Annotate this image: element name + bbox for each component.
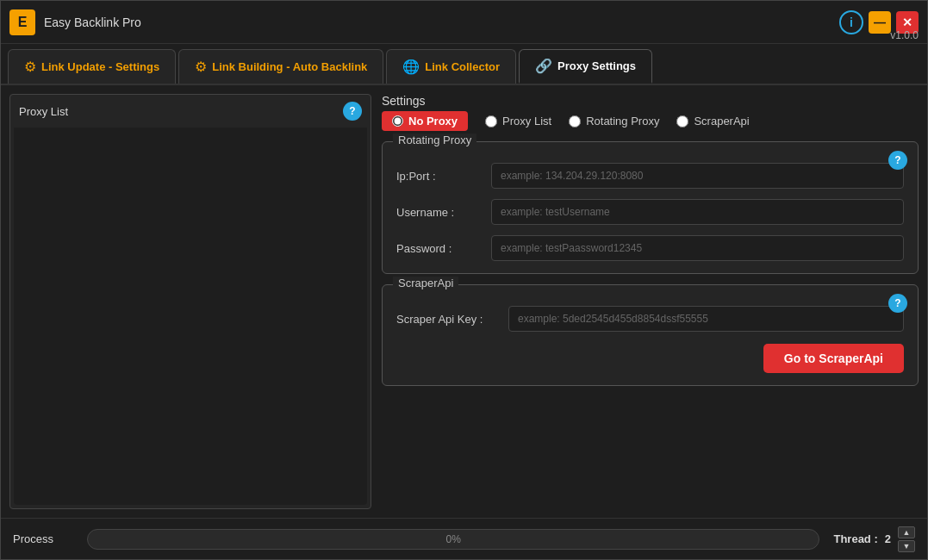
tab-bar: ⚙ Link Update - Settings ⚙ Link Building… <box>1 44 927 85</box>
rotating-proxy-title: Rotating Proxy <box>393 134 476 146</box>
scraper-api-section: ScraperApi ? Scraper Api Key : Go to Scr… <box>382 284 919 386</box>
radio-scraper-api[interactable]: ScraperApi <box>676 115 749 128</box>
proxy-list-header: Proxy List ? <box>10 95 371 128</box>
tab-link-update-label: Link Update - Settings <box>41 60 159 73</box>
username-label: Username : <box>396 206 491 219</box>
title-bar: E Easy Backlink Pro i — ✕ v1.0.0 <box>1 1 927 44</box>
globe-icon: 🌐 <box>402 59 420 75</box>
progress-percent: 0% <box>446 533 461 545</box>
thread-spinner: ▲ ▼ <box>898 526 915 552</box>
username-row: Username : <box>396 199 904 225</box>
thread-increment-button[interactable]: ▲ <box>898 526 915 538</box>
tab-proxy-settings[interactable]: 🔗 Proxy Settings <box>519 49 652 84</box>
ip-port-input[interactable] <box>491 163 904 189</box>
radio-rotating-proxy[interactable]: Rotating Proxy <box>569 115 659 128</box>
radio-rotating-proxy-label: Rotating Proxy <box>586 115 659 128</box>
ip-port-row: Ip:Port : <box>396 163 904 189</box>
password-label: Password : <box>396 242 491 255</box>
settings-panel: Settings No Proxy Proxy List Rotating Pr… <box>382 94 919 509</box>
progress-bar-container: 0% <box>87 529 819 550</box>
username-input[interactable] <box>491 199 904 225</box>
proxy-list-textarea[interactable] <box>14 128 367 505</box>
app-title: Easy Backlink Pro <box>44 16 141 29</box>
password-input[interactable] <box>491 235 904 261</box>
proxy-list-panel: Proxy List ? <box>9 94 371 509</box>
ip-port-label: Ip:Port : <box>396 170 491 183</box>
version-label: v1.0.0 <box>890 29 919 41</box>
process-label: Process <box>13 532 73 545</box>
tab-link-building[interactable]: ⚙ Link Building - Auto Backlink <box>178 49 383 84</box>
radio-scraper-api-input[interactable] <box>676 115 688 128</box>
api-key-label: Scraper Api Key : <box>396 313 508 326</box>
thread-label: Thread : <box>833 532 877 545</box>
settings-title: Settings <box>382 94 919 108</box>
app-window: E Easy Backlink Pro i — ✕ v1.0.0 ⚙ Link … <box>0 0 928 560</box>
minimize-button[interactable]: — <box>869 11 891 34</box>
radio-no-proxy-input[interactable] <box>392 115 403 127</box>
go-to-scraper-api-button[interactable]: Go to ScraperApi <box>763 344 904 373</box>
tab-proxy-settings-label: Proxy Settings <box>557 59 636 72</box>
bottom-bar: Process 0% Thread : 2 ▲ ▼ <box>1 518 927 559</box>
gear-icon-1: ⚙ <box>24 59 36 75</box>
radio-proxy-list-input[interactable] <box>485 115 497 128</box>
radio-no-proxy[interactable]: No Proxy <box>382 111 468 131</box>
proxy-list-title: Proxy List <box>19 105 68 118</box>
tab-link-collector[interactable]: 🌐 Link Collector <box>386 49 516 84</box>
radio-no-proxy-label: No Proxy <box>408 115 458 128</box>
tab-link-update[interactable]: ⚙ Link Update - Settings <box>8 49 176 84</box>
tab-link-building-label: Link Building - Auto Backlink <box>212 60 367 73</box>
api-key-input[interactable] <box>508 306 904 332</box>
thread-value: 2 <box>885 532 891 545</box>
radio-proxy-list-label: Proxy List <box>502 115 551 128</box>
main-content: Proxy List ? Settings No Proxy Proxy Lis… <box>1 85 927 518</box>
rotating-proxy-section: Rotating Proxy ? Ip:Port : Username : Pa… <box>382 141 919 274</box>
proxy-radio-row: No Proxy Proxy List Rotating Proxy Scrap… <box>382 111 919 131</box>
tab-link-collector-label: Link Collector <box>425 60 500 73</box>
app-icon: E <box>9 9 35 35</box>
thread-section: Thread : 2 ▲ ▼ <box>833 526 915 552</box>
radio-scraper-api-label: ScraperApi <box>694 115 749 128</box>
scraper-api-help-button[interactable]: ? <box>888 294 907 313</box>
password-row: Password : <box>396 235 904 261</box>
proxy-list-help-button[interactable]: ? <box>343 102 362 121</box>
info-button[interactable]: i <box>839 10 863 34</box>
gear-icon-2: ⚙ <box>195 59 207 75</box>
api-key-row: Scraper Api Key : <box>396 306 904 332</box>
rotating-proxy-help-button[interactable]: ? <box>888 151 907 170</box>
radio-proxy-list[interactable]: Proxy List <box>485 115 551 128</box>
link-icon: 🔗 <box>535 58 552 74</box>
scraper-api-title: ScraperApi <box>393 277 458 289</box>
radio-rotating-proxy-input[interactable] <box>569 115 581 128</box>
thread-decrement-button[interactable]: ▼ <box>898 540 915 552</box>
